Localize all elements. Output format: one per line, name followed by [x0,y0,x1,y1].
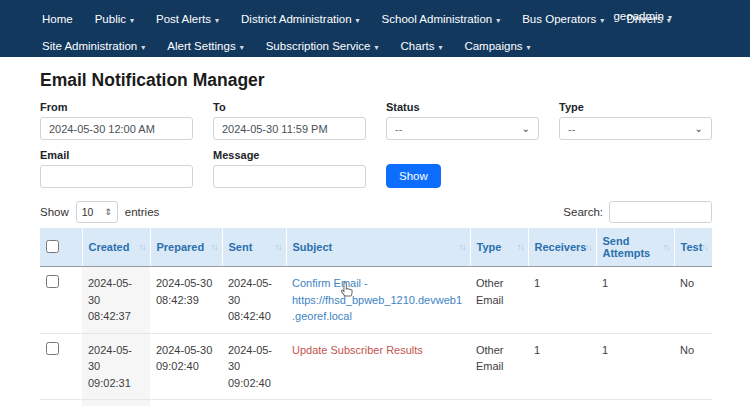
select-all-checkbox[interactable] [46,240,59,253]
nav-item-charts[interactable]: Charts▾ [401,40,443,52]
nav-item-district-administration[interactable]: District Administration▾ [241,13,360,25]
test-cell: No [674,267,712,334]
nav-item-subscription-service[interactable]: Subscription Service▾ [266,40,379,52]
search-input[interactable] [609,201,712,223]
message-field-group: Message [213,149,366,188]
sort-icon: ↑↓ [459,242,466,252]
email-input[interactable] [40,165,193,188]
page-size-value: 10 [82,206,94,218]
top-navbar: Home Public▾ Post Alerts▾ District Admin… [0,0,750,57]
header-prepared[interactable]: Prepared↑↓ [150,228,222,267]
nav-item-campaigns-label: Campaigns [464,40,522,52]
nav-item-alert-settings-label: Alert Settings [167,40,235,52]
caret-down-icon: ▾ [240,43,244,52]
caret-down-icon: ▾ [141,43,145,52]
show-entries-label: Show [40,206,69,218]
page-size-select[interactable]: 10 ⇕ [76,201,118,223]
header-subject-label: Subject [293,241,333,253]
send-attempts-cell: 1 [596,333,674,400]
search-control: Search: [563,201,712,223]
header-receivers[interactable]: Receivers↑↓ [528,228,596,267]
receivers-cell: 1 [528,333,596,400]
type-label: Type [559,101,712,113]
main-content: Email Notification Manager From To Statu… [0,70,750,406]
sent-cell: 2024-05-30 15:38:48 [222,400,286,406]
test-cell: No [674,400,712,406]
caret-down-icon: ▾ [668,13,672,22]
type-select[interactable]: -- ⌄ [559,117,712,140]
type-cell: Other Email [470,400,528,406]
status-label: Status [386,101,539,113]
header-sent[interactable]: Sent↑↓ [222,228,286,267]
entries-label: entries [125,206,160,218]
search-label: Search: [563,206,603,218]
to-field-group: To [213,101,366,140]
test-cell: No [674,333,712,400]
chevron-down-icon: ⌄ [695,123,703,134]
status-field-group: Status -- ⌄ [386,101,539,140]
nav-item-campaigns[interactable]: Campaigns▾ [464,40,530,52]
nav-item-school-administration[interactable]: School Administration▾ [382,13,501,25]
message-input[interactable] [213,165,366,188]
navbar-row-2: Site Administration▾ Alert Settings▾ Sub… [42,35,750,57]
sort-icon: ↑↓ [517,242,524,252]
subject-link[interactable]: Confirm Email - https://fhsd_bpweb_1210.… [292,277,462,322]
caret-down-icon: ▾ [375,43,379,52]
caret-down-icon: ▾ [438,43,442,52]
row-select-cell [40,333,82,400]
status-select[interactable]: -- ⌄ [386,117,539,140]
email-label: Email [40,149,193,161]
header-created[interactable]: Created↑↓ [82,228,150,267]
from-input[interactable] [40,117,193,140]
header-test[interactable]: Test↑↓ [674,228,712,267]
nav-item-bus-operators-label: Bus Operators [522,13,596,25]
nav-item-post-alerts[interactable]: Post Alerts▾ [156,13,219,25]
subject-cell: Confirm Email - https://fhsd_bpweb_1210.… [286,267,470,334]
row-checkbox[interactable] [46,342,59,355]
header-prepared-label: Prepared [157,241,205,253]
nav-item-site-administration[interactable]: Site Administration▾ [42,40,145,52]
user-menu-label: geoadmin [613,10,664,22]
header-type[interactable]: Type↑↓ [470,228,528,267]
header-sent-label: Sent [229,241,253,253]
caret-down-icon: ▾ [356,16,360,25]
subject-cell: ID: 9832 - School: 1131 Forms CA_ON_STSC… [286,400,470,406]
to-label: To [213,101,366,113]
email-field-group: Email [40,149,193,188]
row-checkbox[interactable] [46,275,59,288]
nav-item-home[interactable]: Home [42,13,73,25]
notifications-table: Created↑↓ Prepared↑↓ Sent↑↓ Subject↑↓ Ty… [40,228,712,406]
prepared-cell: 2024-05-30 15:38:47 [150,400,222,406]
caret-down-icon: ▾ [215,16,219,25]
type-cell: Other Email [470,267,528,334]
sort-icon: ↑↓ [585,242,592,252]
table-controls: Show 10 ⇕ entries Search: [40,201,712,223]
created-cell: 2024-05-30 15:38:38 [82,400,150,406]
show-button[interactable]: Show [386,164,441,188]
row-select-cell [40,267,82,334]
sent-cell: 2024-05-30 08:42:40 [222,267,286,334]
send-attempts-cell: 1 [596,267,674,334]
table-header-row: Created↑↓ Prepared↑↓ Sent↑↓ Subject↑↓ Ty… [40,228,712,267]
nav-item-alert-settings[interactable]: Alert Settings▾ [167,40,243,52]
send-attempts-cell: 1 [596,400,674,406]
page-title: Email Notification Manager [40,70,712,91]
spinner-updown-icon: ⇕ [104,207,112,217]
header-send-attempts[interactable]: Send Attempts↑↓ [596,228,674,267]
header-subject[interactable]: Subject↑↓ [286,228,470,267]
caret-down-icon: ▾ [600,16,604,25]
to-input[interactable] [213,117,366,140]
prepared-cell: 2024-05-30 09:02:40 [150,333,222,400]
show-button-wrap: Show [386,149,539,188]
nav-item-charts-label: Charts [401,40,435,52]
type-cell: Other Email [470,333,528,400]
user-menu[interactable]: geoadmin▾ [613,10,672,22]
created-cell: 2024-05-30 08:42:37 [82,267,150,334]
header-test-label: Test [681,241,703,253]
header-send-attempts-label: Send Attempts [603,235,651,259]
status-select-value: -- [395,123,402,135]
subject-link[interactable]: Update Subscriber Results [292,344,423,356]
nav-item-public[interactable]: Public▾ [95,13,134,25]
caret-down-icon: ▾ [527,43,531,52]
nav-item-bus-operators[interactable]: Bus Operators▾ [522,13,604,25]
